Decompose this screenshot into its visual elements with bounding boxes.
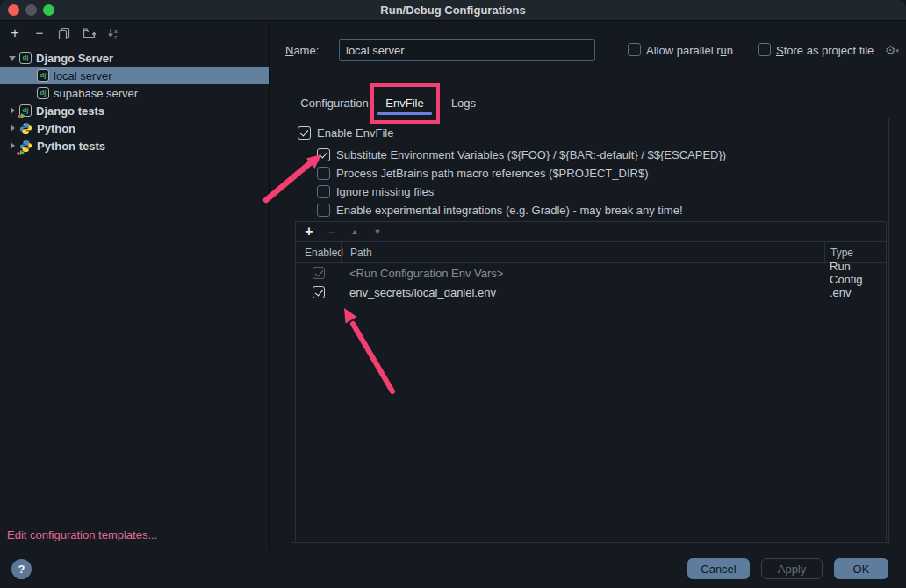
store-as-project-file-checkbox[interactable] — [758, 43, 771, 56]
new-folder-icon[interactable] — [79, 24, 98, 43]
substitute-env-vars-label: Substitute Environment Variables (${FOO}… — [336, 148, 726, 161]
allow-parallel-run-label: Allow parallel run — [646, 44, 733, 57]
tree-item-django-tests[interactable]: Django tests — [0, 102, 269, 119]
chevron-right-icon[interactable] — [5, 125, 19, 132]
run-debug-configurations-dialog: Run/Debug Configurations az Django Serve… — [0, 0, 906, 588]
configurations-sidebar: az Django Server local server supabase s… — [0, 21, 270, 549]
tab-logs[interactable]: Logs — [443, 88, 484, 118]
sort-icon[interactable]: az — [104, 24, 123, 43]
add-env-file-icon[interactable] — [299, 223, 319, 240]
tab-configuration[interactable]: Configuration — [291, 88, 378, 118]
path-macro-option[interactable]: Process JetBrains path macro references … — [317, 164, 648, 182]
django-tests-icon — [19, 104, 32, 117]
django-icon — [37, 69, 49, 82]
substitute-env-vars-checkbox[interactable] — [317, 148, 330, 161]
window-title: Run/Debug Configurations — [0, 0, 906, 21]
experimental-integrations-option[interactable]: Enable experimental integrations (e.g. G… — [317, 201, 683, 219]
enable-envfile-option[interactable]: Enable EnvFile — [298, 124, 393, 141]
table-toolbar — [296, 222, 886, 242]
move-up-icon[interactable] — [345, 223, 364, 240]
path-macro-checkbox[interactable] — [317, 167, 330, 180]
svg-text:a: a — [114, 27, 118, 33]
remove-env-file-icon[interactable] — [322, 223, 342, 240]
configuration-editor: Name: Allow parallel run Store as projec… — [270, 21, 906, 549]
django-icon — [37, 87, 49, 99]
titlebar: Run/Debug Configurations — [0, 0, 906, 21]
python-icon — [19, 122, 32, 135]
store-options-gear-icon[interactable]: ⚙▾ — [885, 44, 899, 56]
ignore-missing-files-option[interactable]: Ignore missing files — [317, 183, 434, 200]
table-header: Enabled Path Type — [296, 242, 886, 263]
store-as-project-file-label: Store as project file — [776, 44, 874, 57]
django-icon — [19, 52, 32, 64]
table-row[interactable]: env_secrets/local_daniel.env .env — [296, 283, 886, 302]
tab-envfile[interactable]: EnvFile — [376, 88, 434, 118]
copy-configuration-icon[interactable] — [54, 24, 74, 43]
row-enabled-checkbox — [313, 267, 325, 279]
sidebar-toolbar: az — [0, 21, 269, 46]
row-type: .env — [824, 286, 886, 299]
help-button[interactable]: ? — [11, 559, 32, 579]
cancel-button[interactable]: Cancel — [687, 558, 750, 579]
table-row[interactable]: <Run Configuration Env Vars> Run Config — [296, 263, 886, 283]
tree-item-local-server[interactable]: local server — [0, 67, 269, 84]
dialog-footer: ? Cancel Apply OK — [0, 549, 906, 588]
tree-item-django-server[interactable]: Django Server — [0, 49, 269, 67]
env-files-table: Enabled Path Type <Run Configuration Env… — [295, 221, 887, 541]
name-label: Name: — [285, 44, 319, 57]
path-macro-label: Process JetBrains path macro references … — [336, 167, 648, 180]
add-configuration-icon[interactable] — [5, 24, 25, 43]
chevron-down-icon[interactable] — [5, 56, 19, 61]
enable-envfile-label: Enable EnvFile — [317, 126, 393, 140]
apply-button[interactable]: Apply — [761, 558, 823, 579]
ignore-missing-files-checkbox[interactable] — [317, 185, 330, 198]
enable-envfile-checkbox[interactable] — [298, 126, 311, 140]
row-path: <Run Configuration Env Vars> — [341, 267, 824, 280]
allow-parallel-run-checkbox[interactable] — [628, 43, 641, 56]
tree-item-python-tests[interactable]: Python tests — [0, 137, 269, 154]
substitute-env-vars-option[interactable]: Substitute Environment Variables (${FOO}… — [317, 146, 726, 163]
ignore-missing-files-label: Ignore missing files — [336, 185, 434, 198]
column-path: Path — [341, 242, 824, 262]
edit-configuration-templates-link[interactable]: Edit configuration templates... — [7, 528, 157, 541]
python-tests-icon — [19, 140, 32, 153]
tree-item-python[interactable]: Python — [0, 119, 269, 137]
move-down-icon[interactable] — [368, 223, 387, 240]
row-enabled-checkbox[interactable] — [313, 286, 325, 298]
ok-button[interactable]: OK — [834, 558, 888, 579]
svg-text:z: z — [114, 33, 117, 39]
row-path: env_secrets/local_daniel.env — [341, 286, 824, 299]
column-enabled: Enabled — [296, 247, 341, 259]
experimental-integrations-label: Enable experimental integrations (e.g. G… — [336, 204, 683, 217]
configurations-tree: Django Server local server supabase serv… — [0, 46, 269, 154]
envfile-tab-panel: Enable EnvFile Substitute Environment Va… — [291, 118, 889, 543]
tree-item-supabase-server[interactable]: supabase server — [0, 84, 269, 102]
remove-configuration-icon[interactable] — [30, 24, 49, 43]
name-input[interactable] — [339, 39, 595, 61]
experimental-integrations-checkbox[interactable] — [317, 204, 330, 217]
